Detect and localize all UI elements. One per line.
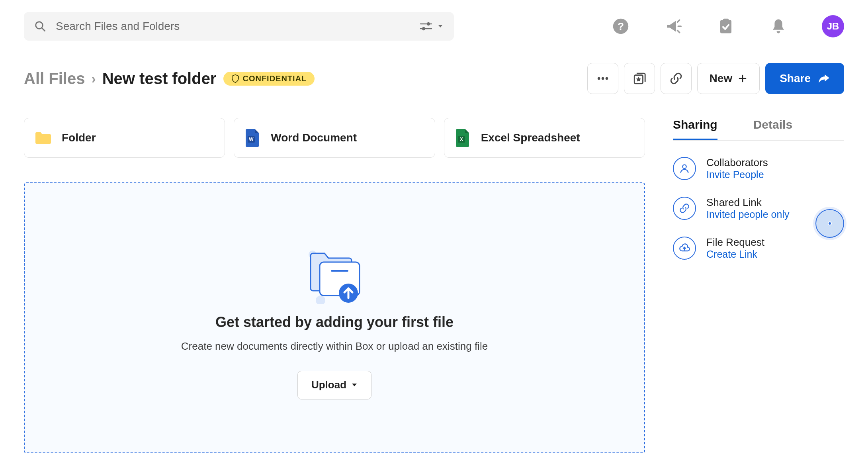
breadcrumb-current: New test folder [102,70,217,88]
search-filter-icon[interactable] [420,21,444,31]
file-request-row: File Request Create Link [673,236,844,260]
svg-point-12 [605,77,608,80]
link-circle-icon [673,197,696,220]
confidential-badge: CONFIDENTIAL [223,72,315,86]
share-label: Share [780,72,811,85]
tour-highlight-dot[interactable] [815,209,844,238]
link-icon [669,72,683,85]
tasks-icon[interactable] [717,17,735,35]
search-bar[interactable] [24,12,454,41]
template-word-label: Word Document [271,131,357,144]
upload-button[interactable]: Upload [297,371,371,399]
cloud-upload-icon [673,237,696,260]
svg-point-11 [601,77,604,80]
template-word[interactable]: W Word Document [234,118,435,158]
dots-icon [596,72,610,85]
breadcrumb-root[interactable]: All Files [24,70,85,88]
share-button[interactable]: Share [765,63,844,94]
svg-rect-9 [723,19,729,22]
svg-point-10 [597,77,600,80]
dropzone-title: Get started by adding your first file [215,314,454,331]
svg-point-3 [427,23,430,25]
dropzone[interactable]: Get started by adding your first file Cr… [24,182,645,453]
svg-point-5 [422,27,425,30]
collaborators-title: Collaborators [706,157,768,169]
svg-point-0 [36,22,43,29]
person-icon [673,157,696,180]
svg-line-1 [42,28,45,31]
avatar[interactable]: JB [822,15,844,37]
folder-icon [35,131,51,145]
bell-icon[interactable] [769,17,788,35]
template-excel-label: Excel Spreadsheet [481,131,580,144]
template-excel[interactable]: X Excel Spreadsheet [444,118,645,158]
share-arrow-icon [818,72,830,84]
plus-icon [738,74,747,83]
svg-text:?: ? [618,20,624,32]
new-button[interactable]: New [697,63,760,94]
invite-people-link[interactable]: Invite People [706,169,768,180]
create-link-action[interactable]: Create Link [706,249,764,260]
search-input[interactable] [56,20,420,33]
chevron-right-icon: › [91,71,96,86]
svg-text:W: W [249,137,254,142]
megaphone-icon[interactable] [664,17,682,35]
search-icon [34,20,46,32]
upload-label: Upload [311,379,346,391]
file-request-title: File Request [706,236,764,249]
new-label: New [710,72,733,85]
star-collection-icon [633,72,646,85]
more-button[interactable] [587,63,618,94]
breadcrumb: All Files › New test folder [24,70,216,88]
word-icon: W [244,128,260,147]
collaborators-row: Collaborators Invite People [673,157,844,180]
svg-point-25 [682,165,686,168]
dropzone-subtitle: Create new documents directly within Box… [181,340,488,352]
collections-button[interactable] [624,63,655,94]
help-icon[interactable]: ? [612,17,630,35]
tab-details[interactable]: Details [753,118,792,139]
chevron-down-icon [351,383,358,388]
upload-folder-illustration [301,237,368,304]
link-button[interactable] [661,63,692,94]
svg-point-21 [316,296,325,304]
template-folder[interactable]: Folder [24,118,225,158]
badge-label: CONFIDENTIAL [242,74,307,83]
shared-link-title: Shared Link [706,196,789,209]
shield-icon [231,74,239,83]
shared-link-setting[interactable]: Invited people only [706,209,789,220]
tab-sharing[interactable]: Sharing [673,118,717,140]
excel-icon: X [455,128,471,147]
template-folder-label: Folder [62,131,96,144]
svg-text:X: X [460,137,463,142]
